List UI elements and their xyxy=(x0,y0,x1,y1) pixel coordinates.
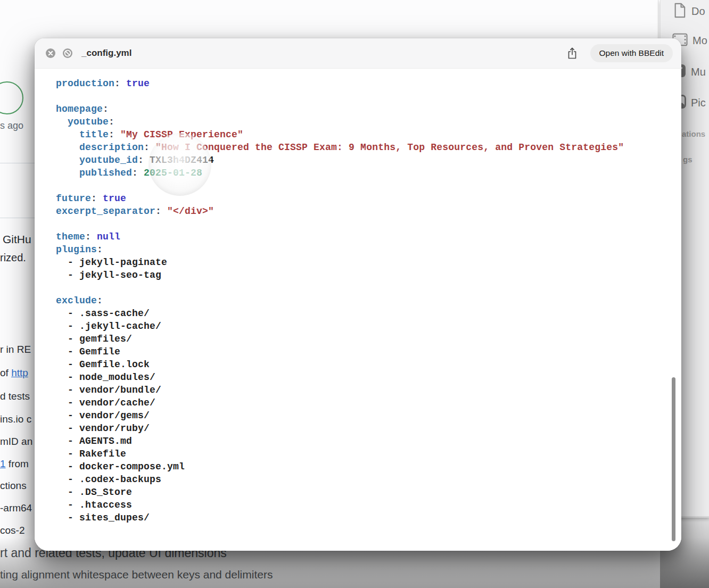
bg-timestamp: s ago xyxy=(0,120,23,131)
bg-commit-line: ting alignment whitespace between keys a… xyxy=(0,568,273,581)
share-icon[interactable] xyxy=(567,47,578,60)
divider xyxy=(0,163,35,163)
yaml-content: production: true homepage: youtube: titl… xyxy=(35,69,681,524)
bg-text-fragment: cos-2 xyxy=(0,525,24,536)
bg-text-fragment: rized. xyxy=(0,252,26,264)
document-icon xyxy=(672,3,687,20)
quicklook-titlebar: _config.yml Open with BBEdit xyxy=(35,38,681,69)
bg-text-fragment: d tests xyxy=(0,391,30,402)
bg-link[interactable]: 1 xyxy=(0,458,6,469)
window-title: _config.yml xyxy=(81,48,131,59)
sidebar-section-label: gs xyxy=(683,155,692,164)
bg-text-fragment: mID an xyxy=(0,436,32,448)
quicklook-content: production: true homepage: youtube: titl… xyxy=(35,69,681,551)
bg-text-fragment: -arm64 xyxy=(0,502,32,514)
scrollbar-thumb[interactable] xyxy=(672,377,675,541)
quicklook-window: _config.yml Open with BBEdit production:… xyxy=(35,38,681,551)
bg-text: of xyxy=(0,367,11,378)
bg-text-fragment: 1 from xyxy=(0,458,29,470)
sidebar-section-label: ations xyxy=(682,129,705,138)
bg-link[interactable]: http xyxy=(11,367,28,378)
bg-text-fragment: r in RE xyxy=(0,344,31,355)
close-button[interactable] xyxy=(45,48,56,59)
sidebar-item-label: Pic xyxy=(691,97,706,109)
sidebar-item-label: Mu xyxy=(691,66,706,78)
bg-text-fragment: GitHu xyxy=(3,233,31,246)
screen: s ago GitHu rized. r in RE of http d tes… xyxy=(0,0,709,588)
bg-text-fragment: ins.io c xyxy=(0,413,31,425)
sidebar-item-documents[interactable]: Do xyxy=(672,3,705,20)
sidebar-item-label: Mo xyxy=(692,35,707,47)
success-check-icon xyxy=(0,81,23,114)
prohibit-button[interactable] xyxy=(62,48,73,59)
bg-text-fragment: ctions xyxy=(0,480,27,492)
bg-text: from xyxy=(6,458,29,469)
open-with-bbedit-button[interactable]: Open with BBEdit xyxy=(590,44,673,62)
bg-text-fragment: of http xyxy=(0,367,28,379)
divider xyxy=(0,218,35,218)
sidebar-item-label: Do xyxy=(691,5,705,18)
